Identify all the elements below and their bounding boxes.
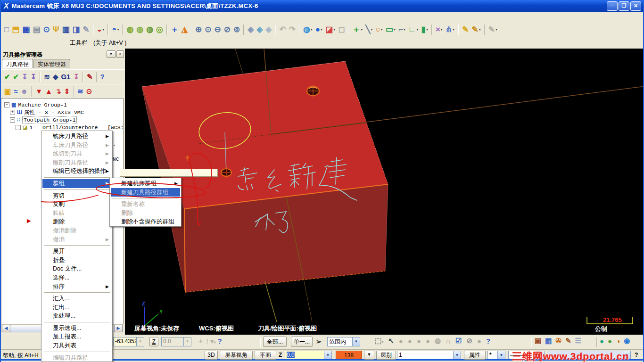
new-file-icon[interactable]: □ xyxy=(3,24,10,36)
solid-box-icon[interactable]: ◪▾ xyxy=(324,24,336,36)
sketch-icon[interactable]: ✎ xyxy=(461,24,470,36)
context-menu-item[interactable]: 粘贴 xyxy=(42,209,111,218)
undo-icon[interactable]: ↶ xyxy=(278,24,287,36)
z-depth-combo[interactable]: 0.0▼ xyxy=(285,351,332,359)
coordinate-combo[interactable]: -63.4352▼ xyxy=(113,337,144,346)
lasso-select-icon[interactable]: ➢ xyxy=(315,337,323,346)
context-menu-item[interactable]: 批处理... xyxy=(42,312,111,321)
tree-node-properties[interactable]: +Ш属性 - 3 - AXIS VMC xyxy=(10,109,84,116)
scroll-right-icon[interactable]: ▶ xyxy=(114,325,123,332)
control-def-icon[interactable]: ▦ xyxy=(543,337,553,345)
screen-view-button[interactable]: 屏幕视角 xyxy=(220,351,253,360)
menubar-item[interactable] xyxy=(18,16,26,18)
edit-ops-icon[interactable]: ✎ xyxy=(86,71,94,83)
disabled-edit-icon[interactable]: ✎▾ xyxy=(487,24,498,36)
point-style-combo[interactable]: *▼ xyxy=(487,351,505,359)
verify-icon[interactable]: ↧ xyxy=(30,71,38,83)
context-menu-item[interactable]: 群组▶ xyxy=(42,179,111,188)
lock-icon[interactable]: ▣ xyxy=(3,85,12,98)
regen-all-icon[interactable]: ✔ xyxy=(3,71,11,83)
ghost-icon[interactable]: ☻ xyxy=(19,85,29,98)
context-menu-item[interactable]: 加工报表... xyxy=(42,332,111,341)
context-menu-item[interactable]: 展开 xyxy=(42,247,111,256)
clock-icon[interactable]: ◑ xyxy=(614,337,622,345)
mask4-icon[interactable]: ● xyxy=(423,337,432,345)
zoom-window-icon[interactable]: ⊕ xyxy=(194,24,203,36)
insert-arrow-icon[interactable]: ↴ xyxy=(54,85,62,98)
g1-icon[interactable]: G1 xyxy=(60,71,71,83)
create-polyline-icon[interactable]: ∟▾ xyxy=(407,24,420,36)
tree-node-machine-group[interactable]: −▦Machine Group-1 xyxy=(4,101,67,108)
tool-edit-icon[interactable]: ✎ xyxy=(563,337,573,345)
world2-icon[interactable]: ● xyxy=(606,337,614,345)
menubar-item[interactable] xyxy=(26,16,35,18)
context-menu-item[interactable]: 排序▶ xyxy=(42,282,111,291)
geometry-icon[interactable]: ⊙ xyxy=(85,85,93,98)
maximize-button[interactable]: ❐ xyxy=(619,1,629,11)
redo-icon[interactable]: ↷ xyxy=(288,24,297,36)
select-none-icon[interactable]: ⊘ xyxy=(464,337,475,345)
helmet-blue-icon[interactable]: ◓▾ xyxy=(111,24,120,36)
zoom-out-50-icon[interactable]: ⊘ xyxy=(223,24,231,36)
annotate-icon[interactable]: ✎ xyxy=(82,24,91,36)
tab-toolpaths[interactable]: 刀具路径 xyxy=(2,59,33,68)
z-axis-button[interactable]: Z xyxy=(149,337,158,346)
divide-icon[interactable]: ⋔▾ xyxy=(445,24,455,36)
selection-box-icon[interactable]: ⬚▾ xyxy=(372,337,386,345)
feed-icon[interactable]: ↧ xyxy=(72,71,80,83)
minimize-button[interactable]: ─ xyxy=(607,1,618,11)
menubar-item[interactable] xyxy=(1,16,9,18)
clear-colors1-icon[interactable]: ◈ xyxy=(247,24,255,36)
scroll-left-icon[interactable]: ◀ xyxy=(2,325,10,332)
create-line-icon[interactable]: ╲▾ xyxy=(364,24,373,36)
clear-colors3-icon[interactable]: ◈ xyxy=(264,24,272,36)
range-combo[interactable]: 范围内▼ xyxy=(327,337,360,346)
plane-button[interactable]: 平面 xyxy=(255,351,276,360)
submenu-item[interactable]: 删除不含操作的群组 xyxy=(111,217,180,226)
post-icon[interactable]: ≋ xyxy=(43,71,51,83)
close-button[interactable]: ✕ xyxy=(630,1,641,11)
3d-mode-button[interactable]: 3D xyxy=(205,351,218,360)
zoom-fit-icon[interactable]: ⊚ xyxy=(232,24,241,36)
pin-icon[interactable]: ◉ xyxy=(622,337,632,345)
context-menu-item[interactable]: 汇入... xyxy=(42,294,111,303)
shade-sphere2-icon[interactable]: ◍ xyxy=(135,24,144,36)
mask3-icon[interactable]: ● xyxy=(414,337,423,345)
title-bar[interactable]: X Mastercam 铣床 X6 MU3 C:\DOCUMENTS AND S… xyxy=(1,0,643,12)
pan-icon[interactable]: ＋ xyxy=(170,24,180,36)
move-down-icon[interactable]: ▼ xyxy=(34,85,43,98)
menubar-item[interactable] xyxy=(86,16,94,18)
zoom-out-icon[interactable]: ⊖ xyxy=(213,24,222,36)
select-all-button[interactable]: 全部... xyxy=(263,337,287,347)
helmet-red-icon[interactable]: ◒▾ xyxy=(96,24,105,36)
material-list-icon[interactable]: ☰ xyxy=(573,337,583,345)
context-menu-item[interactable]: 汇出... xyxy=(42,303,111,312)
mask-sphere-icon[interactable]: ◍ xyxy=(432,337,443,345)
scroll-icon[interactable]: ⇕ xyxy=(63,85,71,98)
level-button[interactable]: 层别 xyxy=(376,351,396,360)
menubar-item[interactable] xyxy=(69,16,77,18)
open-file-icon[interactable]: ⬒ xyxy=(11,24,20,36)
menubar-item[interactable] xyxy=(52,16,60,18)
select-single-button[interactable]: 单一... xyxy=(291,337,313,347)
world1-icon[interactable]: ● xyxy=(598,337,606,345)
select-toolpath-icon[interactable]: ≋ xyxy=(76,85,84,98)
status-help[interactable]: ? xyxy=(635,352,638,358)
color-dropdown[interactable]: ▼ xyxy=(364,351,374,360)
selection-help-icon[interactable]: ? xyxy=(484,337,493,345)
submenu-item[interactable]: 重新名称 xyxy=(111,200,180,209)
menubar-item[interactable] xyxy=(43,16,52,18)
tool-manager-icon[interactable]: ✇ xyxy=(553,337,563,345)
multi-sketch-icon[interactable]: ✎▾ xyxy=(471,24,481,36)
mask2-icon[interactable]: ● xyxy=(405,337,414,345)
context-menu-item[interactable]: Doc 文件... xyxy=(42,264,111,273)
level-combo[interactable]: 1▼ xyxy=(397,351,461,359)
book-icon[interactable]: ▥ xyxy=(61,24,70,36)
panel-close-button[interactable]: X xyxy=(116,50,124,58)
submenu-item[interactable]: 删除 xyxy=(111,209,180,218)
clear-colors2-icon[interactable]: ◈ xyxy=(256,24,264,36)
stock-icon[interactable]: ◆ xyxy=(52,71,59,83)
fast-point-icon[interactable]: ＋ xyxy=(196,337,205,346)
wire-box-icon[interactable]: ◻ xyxy=(337,24,346,36)
dynamic-gnomon-icon[interactable]: ◮ xyxy=(181,24,189,36)
